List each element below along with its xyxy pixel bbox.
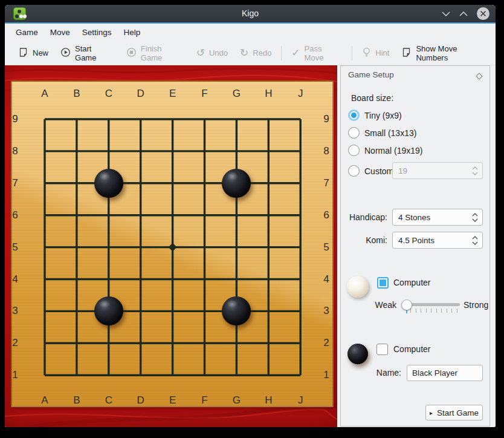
board-coordinate: H	[265, 88, 272, 100]
toolbar-button-hint[interactable]: Hint	[356, 44, 395, 63]
radio-custom-label[interactable]: Custom:	[364, 166, 396, 176]
panel-title: Game Setup	[348, 70, 394, 79]
window-title: Kigo	[5, 5, 496, 22]
radio-custom[interactable]	[348, 165, 360, 177]
close-icon[interactable]	[477, 7, 489, 20]
menu-move[interactable]: Move	[44, 24, 76, 41]
maximize-icon[interactable]	[459, 11, 468, 16]
menu-settings[interactable]: Settings	[76, 24, 118, 41]
float-panel-icon[interactable]	[476, 73, 482, 79]
radio-tiny[interactable]	[348, 109, 360, 121]
menu-game[interactable]: Game	[10, 24, 44, 41]
slider-tick	[421, 309, 421, 313]
black-stone-image	[347, 344, 368, 364]
minimize-icon[interactable]	[442, 11, 450, 16]
board-coordinate: A	[41, 394, 48, 407]
komi-spinbox[interactable]: 4.5 Points	[392, 232, 483, 249]
board-coordinate: E	[169, 88, 176, 100]
spinbox-arrows-icon[interactable]	[472, 232, 478, 248]
board-coordinate: D	[137, 88, 144, 100]
toolbar-button-finish-game[interactable]: Finish Game	[120, 44, 190, 63]
kigo-window: Kigo Game Move Settings Help	[5, 5, 496, 427]
toolbar-button-new[interactable]: New	[12, 44, 54, 63]
play-triangle-icon: ▸	[430, 410, 433, 416]
board-coordinate: F	[201, 394, 207, 407]
strong-label: Strong	[464, 300, 488, 310]
black-computer-checkbox[interactable]	[376, 344, 388, 355]
stop-circle-icon	[126, 47, 137, 59]
slider-tick	[441, 309, 442, 313]
strength-slider-handle[interactable]	[401, 299, 412, 310]
white-computer-label[interactable]: Computer	[393, 278, 430, 287]
toolbar-button-redo[interactable]: ↻ Redo	[234, 44, 277, 63]
board-coordinate: 1	[323, 369, 329, 381]
play-circle-icon	[60, 47, 71, 59]
board-coordinate: B	[73, 88, 80, 100]
board-coordinate: A	[41, 88, 48, 100]
slider-tick	[457, 309, 457, 313]
slider-tick	[416, 309, 416, 313]
weak-label: Weak	[366, 300, 396, 310]
slider-tick	[436, 309, 437, 313]
handicap-spinbox[interactable]: 4 Stones	[392, 209, 483, 226]
start-game-button[interactable]: ▸ Start Game	[425, 405, 483, 420]
board-coordinate: 2	[323, 337, 329, 349]
screen: Kigo Game Move Settings Help	[0, 0, 504, 438]
white-stone-image	[347, 276, 369, 298]
board-coordinate: 3	[323, 305, 329, 317]
board-coordinate: G	[233, 394, 241, 407]
titlebar[interactable]: Kigo	[5, 5, 496, 24]
lightbulb-icon	[362, 47, 371, 59]
toolbar-separator	[352, 46, 352, 60]
black-computer-label[interactable]: Computer	[393, 344, 430, 354]
slider-tick	[451, 309, 452, 313]
board-coordinate: 3	[12, 305, 18, 317]
board-grid	[5, 65, 337, 427]
spinbox-arrows-icon[interactable]	[472, 209, 478, 225]
radio-tiny-label[interactable]: Tiny (9x9)	[364, 111, 402, 120]
board-coordinate: 8	[323, 145, 329, 157]
board-coordinate: E	[169, 394, 176, 407]
board-coordinate: J	[298, 88, 303, 100]
black-player-name-input[interactable]: Black Player	[407, 365, 483, 381]
toolbar-button-start-game[interactable]: Start Game	[54, 44, 120, 63]
content-area: AABBCCDDEEFFGGHHJJ998877665544332211 Gam…	[5, 65, 496, 427]
toolbar-button-pass-move[interactable]: ✓ Pass Move	[285, 44, 348, 63]
board-coordinate: 6	[12, 209, 18, 221]
radio-small[interactable]	[348, 127, 360, 139]
board-coordinate: 1	[12, 369, 18, 381]
go-stone-black-C7[interactable]	[94, 169, 123, 198]
slider-tick	[426, 309, 427, 313]
slider-ticks	[410, 309, 457, 313]
board-coordinate: F	[201, 88, 207, 100]
go-stone-black-C3[interactable]	[94, 296, 123, 325]
menu-help[interactable]: Help	[118, 24, 147, 41]
go-stone-black-G7[interactable]	[222, 169, 251, 198]
komi-label: Komi:	[341, 235, 387, 245]
board-coordinate: 8	[12, 145, 18, 157]
custom-size-spinbox[interactable]: 19	[392, 162, 483, 179]
board-coordinate: 5	[323, 241, 329, 253]
go-board-widget[interactable]: AABBCCDDEEFFGGHHJJ998877665544332211	[5, 65, 337, 427]
radio-small-label[interactable]: Small (13x13)	[364, 128, 416, 138]
board-coordinate: 9	[323, 113, 329, 125]
radio-normal-label[interactable]: Normal (19x19)	[364, 146, 422, 155]
white-computer-checkbox[interactable]	[377, 277, 389, 289]
new-document-icon	[18, 47, 28, 59]
radio-normal[interactable]	[348, 145, 360, 156]
board-size-label: Board size:	[351, 93, 393, 103]
checkmark-icon: ✓	[291, 48, 300, 58]
board-coordinate: H	[265, 394, 272, 407]
board-coordinate: 7	[12, 177, 18, 189]
spinbox-arrows-icon[interactable]	[472, 163, 478, 178]
board-coordinate: B	[73, 394, 80, 407]
slider-tick	[410, 309, 411, 313]
board-coordinate: 4	[323, 273, 329, 286]
undo-icon: ↺	[196, 48, 205, 58]
toolbar-button-undo[interactable]: ↺ Undo	[190, 44, 234, 63]
board-coordinate: D	[137, 394, 144, 407]
toolbar: New Start Game Finish Game ↺	[5, 41, 496, 65]
board-coordinate: 7	[323, 177, 329, 189]
handicap-label: Handicap:	[341, 212, 387, 222]
toolbar-button-show-move-numbers[interactable]: Show Move Numbers	[395, 44, 496, 63]
